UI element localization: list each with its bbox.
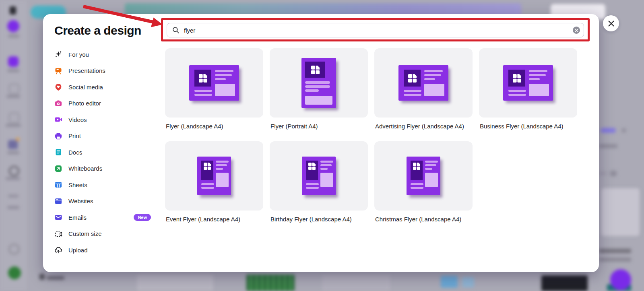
close-icon (608, 20, 615, 27)
flyer-illustration (407, 157, 440, 195)
thumbnail-blur (322, 274, 390, 291)
page-glyph-icon (413, 163, 420, 170)
rail-label-blur (7, 69, 19, 72)
rail-label-blur (7, 151, 19, 154)
camera-icon (54, 99, 62, 107)
thumbnail-blur (441, 276, 458, 288)
sidebar-item-label: Emails (68, 214, 87, 221)
whiteboard-icon (54, 165, 62, 173)
template-label: Flyer (Landscape A4) (165, 123, 263, 130)
sidebar-item-label: Sheets (68, 182, 87, 188)
presentation-icon (54, 67, 62, 75)
modal-title: Create a design (54, 24, 141, 37)
sidebar-item-label: Presentations (68, 67, 105, 74)
clear-icon (575, 29, 578, 32)
template-label: Advertising Flyer (Landscape A4) (374, 123, 473, 130)
page-glyph-icon (408, 74, 417, 83)
assistant-fab-blur (610, 269, 631, 290)
template-thumbnail (374, 48, 473, 118)
sidebar-item-label: Social media (68, 84, 103, 91)
sidebar-item-whiteboards[interactable]: Whiteboards (54, 161, 151, 177)
rail-text-blur (7, 206, 19, 209)
flyer-illustration (302, 157, 336, 195)
rail-brand-icon-blur (8, 140, 18, 149)
right-pill-blur (601, 128, 616, 133)
design-types-sidebar: For youPresentationsSocial mediaPhoto ed… (54, 46, 151, 258)
sidebar-item-upload[interactable]: Upload (54, 242, 151, 258)
video-icon (54, 116, 62, 124)
search-icon (172, 26, 180, 34)
template-thumbnail (165, 141, 263, 211)
template-card-birthday-flyer-landscape-a4-[interactable]: Birthday Flyer (Landscape A4) (270, 141, 368, 223)
avatar-blur (8, 266, 21, 279)
create-design-modal: Create a design For youPresentationsSoci… (43, 14, 599, 272)
template-card-business-flyer-landscape-a4-[interactable]: Business Flyer (Landscape A4) (479, 48, 577, 130)
envelope-icon (54, 213, 62, 221)
search-input[interactable] (167, 23, 584, 37)
template-card-event-flyer-landscape-a4-[interactable]: Event Flyer (Landscape A4) (165, 141, 263, 223)
sidebar-item-label: Custom size (68, 230, 102, 237)
sidebar-item-label: Whiteboards (68, 165, 102, 172)
sidebar-item-docs[interactable]: Docs (54, 144, 151, 161)
sidebar-item-sheets[interactable]: Sheets (54, 177, 151, 193)
thumbnail-blur (541, 275, 588, 291)
template-label: Event Flyer (Landscape A4) (165, 216, 263, 223)
close-button[interactable] (603, 15, 619, 31)
sparkles-icon (54, 50, 62, 58)
rail-label-blur (8, 35, 19, 37)
page-glyph-icon (513, 74, 521, 83)
thumbnail-blur (137, 274, 213, 291)
sidebar-item-emails[interactable]: EmailsNew (54, 209, 151, 226)
sidebar-item-videos[interactable]: Videos (54, 111, 151, 128)
right-text-blur (599, 249, 631, 253)
flyer-illustration (197, 157, 231, 195)
rail-icon-blur (8, 56, 19, 67)
template-thumbnail (479, 48, 577, 118)
cloud-upload-icon (54, 246, 62, 254)
sidebar-item-websites[interactable]: Websites (54, 193, 151, 210)
sidebar-item-photo-editor[interactable]: Photo editor (54, 95, 151, 112)
clear-search-button[interactable] (573, 27, 580, 34)
sidebar-item-presentations[interactable]: Presentations (54, 63, 151, 79)
menu-icon-blur (10, 6, 16, 14)
template-card-advertising-flyer-landscape-a4-[interactable]: Advertising Flyer (Landscape A4) (374, 48, 473, 130)
right-dot-blur (622, 128, 626, 132)
page-glyph-icon (199, 74, 207, 83)
template-label: Birthday Flyer (Landscape A4) (270, 216, 368, 223)
sidebar-item-label: Upload (68, 247, 88, 254)
spreadsheet-icon (54, 181, 62, 189)
search-bar (167, 23, 584, 37)
template-label: Flyer (Portrait A4) (270, 123, 368, 130)
page-glyph-icon (204, 163, 211, 170)
heart-pin-icon (54, 83, 62, 91)
right-text-blur (599, 258, 631, 262)
sidebar-item-for-you[interactable]: For you (54, 46, 151, 63)
template-label: Business Flyer (Landscape A4) (479, 123, 577, 130)
printer-icon (54, 132, 62, 140)
template-card-flyer-portrait-a4-[interactable]: Flyer (Portrait A4) (270, 48, 368, 130)
rail-clock-icon-blur (9, 244, 19, 254)
page-glyph-icon (311, 66, 320, 74)
right-icon-blur (610, 171, 617, 176)
template-card-flyer-landscape-a4-[interactable]: Flyer (Landscape A4) (165, 48, 263, 130)
screen: Create a design For youPresentationsSoci… (0, 0, 644, 291)
sidebar-item-print[interactable]: Print (54, 128, 151, 144)
rail-label-blur (6, 177, 20, 180)
page-text-blur (47, 276, 64, 280)
sidebar-item-label: Websites (68, 198, 93, 204)
sidebar-item-custom-size[interactable]: Custom size (54, 226, 151, 242)
sidebar-item-label: Print (68, 132, 81, 139)
right-card-blur (601, 188, 640, 236)
template-thumbnail (270, 48, 368, 118)
sidebar-item-social-media[interactable]: Social media (54, 79, 151, 95)
template-card-christmas-flyer-landscape-a4-[interactable]: Christmas Flyer (Landscape A4) (374, 141, 473, 223)
rail-icon-blur (9, 113, 19, 123)
template-thumbnail (165, 48, 263, 118)
sidebar-item-label: Docs (68, 149, 82, 156)
right-text-blur (599, 144, 617, 148)
template-label: Christmas Flyer (Landscape A4) (374, 216, 473, 223)
new-badge: New (134, 214, 151, 221)
rail-badge-dot-blur (16, 138, 19, 141)
rail-icon-blur (9, 166, 19, 176)
flyer-illustration (503, 65, 553, 101)
